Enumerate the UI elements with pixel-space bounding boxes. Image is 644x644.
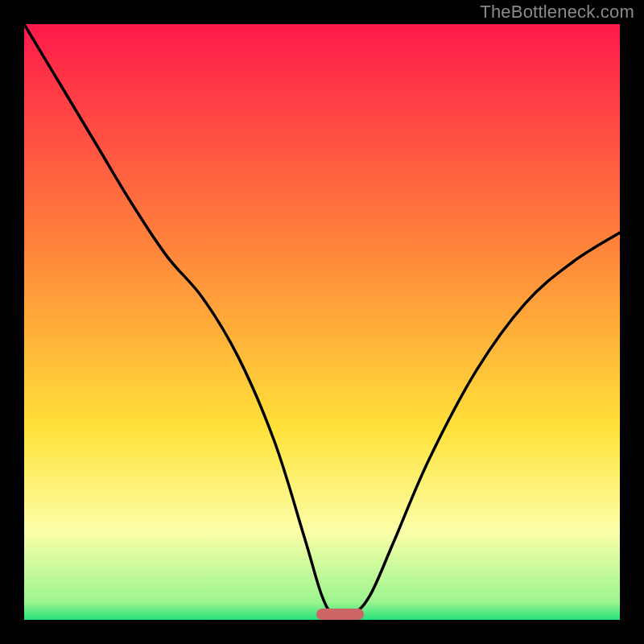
watermark-text: TheBottleneck.com xyxy=(480,2,634,23)
bottleneck-curve xyxy=(24,24,620,620)
optimal-marker xyxy=(316,609,364,620)
plot-area xyxy=(24,24,620,620)
chart-frame: TheBottleneck.com xyxy=(0,0,644,644)
